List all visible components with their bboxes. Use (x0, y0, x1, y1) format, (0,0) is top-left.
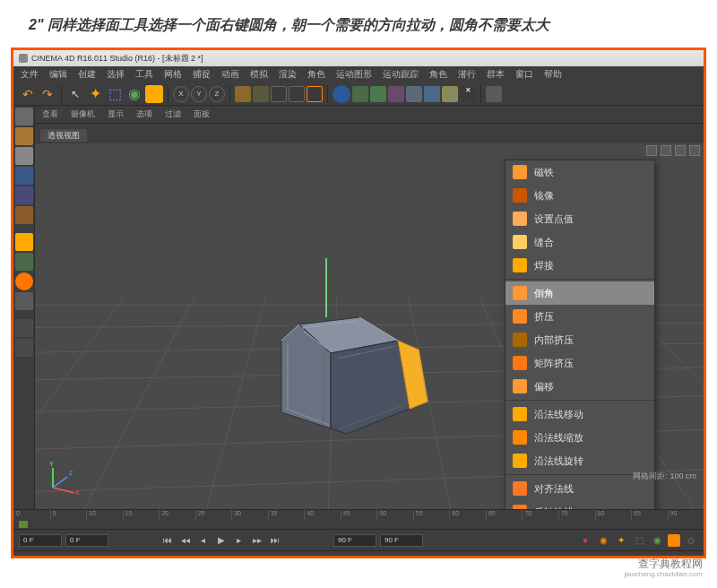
x-lock[interactable]: X (173, 86, 189, 102)
range-end-field[interactable]: 90 F (380, 534, 423, 547)
misc-tool-1[interactable] (15, 319, 33, 337)
vp-tab[interactable]: 面板 (194, 108, 210, 120)
autokey-button[interactable]: ◉ (596, 533, 610, 548)
tool-x[interactable]: ✕ (460, 86, 476, 102)
menu-item[interactable]: 选择 (107, 68, 125, 81)
context-menu-item-extrude[interactable]: 挤压 (505, 305, 654, 328)
generator-tool[interactable] (370, 86, 386, 102)
render-tool[interactable] (271, 86, 287, 102)
xray-tool[interactable] (15, 292, 33, 310)
context-menu-item-points[interactable]: 设置点值 (505, 207, 654, 230)
vp-nav-1[interactable] (646, 145, 657, 156)
menu-item[interactable]: 网格 (164, 68, 182, 81)
goto-start-button[interactable]: ⏮ (160, 533, 175, 548)
env-tool[interactable] (406, 86, 422, 102)
key-pos[interactable]: ✦ (614, 533, 628, 548)
context-menu-item-inner[interactable]: 内部挤压 (505, 328, 654, 351)
vp-tab[interactable]: 选项 (136, 108, 152, 120)
redo-button[interactable]: ↷ (39, 85, 56, 103)
menu-item[interactable]: 模拟 (250, 68, 268, 81)
coord-tool[interactable] (235, 86, 251, 102)
context-menu-item-weld[interactable]: 焊接 (505, 254, 654, 277)
menu-item[interactable]: 帮助 (544, 68, 562, 81)
next-key-button[interactable]: ▸▸ (250, 533, 264, 548)
render-region[interactable] (307, 86, 323, 102)
play-button[interactable]: ▶ (214, 533, 229, 548)
menu-item[interactable]: 群本 (487, 68, 505, 81)
context-menu-item-matrix[interactable]: 矩阵挤压 (505, 351, 654, 375)
z-lock[interactable]: Z (209, 86, 225, 102)
viewport[interactable]: 磁铁镜像设置点值缝合焊接倒角挤压内部挤压矩阵挤压偏移沿法线移动沿法线缩放沿法线旋… (35, 143, 704, 509)
start-frame-field[interactable]: 0 F (19, 534, 62, 547)
vp-tab[interactable]: 显示 (108, 108, 124, 120)
context-menu-item-nmove[interactable]: 沿法线移动 (505, 402, 654, 426)
menu-item[interactable]: 运动跟踪 (383, 68, 419, 81)
layout-1[interactable] (486, 86, 502, 102)
menu-item[interactable]: 动画 (221, 68, 239, 81)
context-menu-item-bevel[interactable]: 倒角 (505, 281, 654, 305)
context-menu-item-magnet[interactable]: 磁铁 (505, 160, 654, 184)
spline-tool[interactable] (352, 86, 368, 102)
current-frame-field[interactable]: 0 F (65, 534, 108, 547)
timeline-playhead[interactable] (19, 521, 28, 528)
snap-tool[interactable] (15, 272, 33, 290)
recent-tool[interactable] (145, 85, 163, 103)
next-frame-button[interactable]: ▸ (232, 533, 246, 548)
vp-nav-3[interactable] (675, 145, 686, 156)
axis-tool[interactable] (15, 233, 33, 251)
scale-tool[interactable]: ⬚ (106, 85, 124, 103)
menu-item[interactable]: 创建 (78, 68, 96, 81)
menu-item[interactable]: 角色 (429, 68, 447, 81)
camera-tool[interactable] (424, 86, 440, 102)
cube-primitive[interactable] (333, 85, 350, 103)
menubar[interactable]: 文件 编辑 创建 选择 工具 网格 捕捉 动画 模拟 渲染 角色 运动图形 运动… (13, 66, 704, 82)
menu-item[interactable]: 捕捉 (193, 68, 211, 81)
menu-item[interactable]: 潜行 (458, 68, 476, 81)
menu-item[interactable]: 窗口 (515, 68, 533, 81)
menu-item[interactable]: 运动图形 (336, 68, 372, 81)
mode-edge[interactable] (15, 167, 33, 185)
vp-tab[interactable]: 查看 (42, 108, 58, 120)
end-frame-field[interactable]: 90 F (333, 534, 376, 547)
mode-point[interactable] (15, 186, 33, 204)
y-lock[interactable]: Y (191, 86, 207, 102)
deformer-tool[interactable] (388, 86, 404, 102)
context-menu-item-nscale[interactable]: 沿法线缩放 (505, 426, 654, 449)
mode-poly[interactable] (15, 206, 33, 224)
render-settings[interactable] (289, 86, 305, 102)
light-tool[interactable] (442, 86, 458, 102)
context-menu-item-align[interactable]: 对齐法线 (505, 477, 654, 500)
menu-item[interactable]: 编辑 (49, 68, 67, 81)
menu-item[interactable]: 工具 (135, 68, 153, 81)
vp-nav-4[interactable] (689, 145, 700, 156)
mode-workplane[interactable] (15, 147, 33, 165)
timeline[interactable]: 051015202530354045505560657075808590 (13, 509, 704, 529)
key-param[interactable] (668, 534, 680, 547)
key-rot[interactable]: ◉ (650, 533, 664, 548)
menu-item[interactable]: 角色 (307, 68, 325, 81)
vp-tab[interactable]: 摄像机 (71, 108, 95, 120)
cube-model[interactable] (223, 258, 447, 455)
rotate-tool[interactable]: ◉ (125, 85, 143, 103)
context-menu-item-nrot[interactable]: 沿法线旋转 (505, 449, 654, 472)
vp-tab[interactable]: 过滤 (165, 108, 181, 120)
mode-texture[interactable] (15, 127, 33, 145)
key-pla[interactable]: ◇ (684, 533, 698, 548)
menu-item[interactable]: 渲染 (279, 68, 297, 81)
undo-button[interactable]: ↶ (19, 85, 37, 103)
prev-key-button[interactable]: ◂◂ (178, 533, 193, 548)
menu-item[interactable]: 文件 (21, 68, 39, 81)
tweak-tool[interactable] (15, 253, 33, 271)
context-menu-item-reverse[interactable]: 反转法线 (505, 500, 654, 509)
goto-end-button[interactable]: ⏭ (268, 533, 282, 548)
mode-model[interactable] (15, 108, 33, 125)
record-button[interactable]: ● (578, 533, 592, 548)
context-menu-item-mirror[interactable]: 镜像 (505, 184, 654, 207)
key-scale[interactable]: ⬚ (632, 533, 646, 548)
tool2[interactable] (253, 86, 269, 102)
prev-frame-button[interactable]: ◂ (196, 533, 211, 548)
select-tool[interactable]: ↖ (66, 85, 84, 103)
move-tool[interactable]: ✦ (86, 85, 104, 103)
misc-tool-2[interactable] (15, 339, 33, 357)
context-menu-item-slide[interactable]: 缝合 (505, 230, 654, 254)
